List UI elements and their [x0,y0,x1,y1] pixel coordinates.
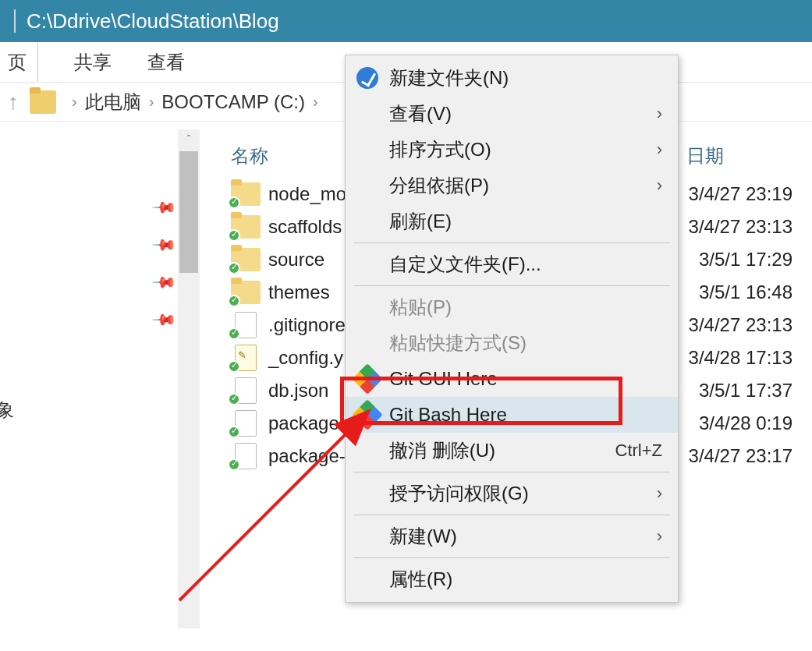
menu-paste-shortcut: 粘贴快捷方式(S) [346,325,678,361]
titlebar-divider [14,9,16,33]
menu-label: 刷新(E) [389,209,452,234]
chevron-right-icon: › [657,483,662,504]
file-icon [231,313,261,337]
menu-view[interactable]: 查看(V)› [346,96,678,132]
nav-pane: 📌 📌 📌 📌 象 [0,122,175,651]
chevron-right-icon: › [657,140,662,160]
folder-icon [30,90,56,114]
tab-view[interactable]: 查看 [147,50,185,75]
file-date: 3/4/27 23:19 [689,183,800,205]
menu-separator [353,242,670,243]
column-name-header[interactable]: 名称 [231,143,268,168]
chevron-right-icon: › [657,175,662,196]
file-name: scaffolds [268,216,342,238]
folder-icon [231,215,261,239]
pin-icon: 📌 [151,269,178,296]
file-icon [231,346,261,370]
pin-icon: 📌 [151,232,178,259]
chevron-right-icon[interactable]: › [149,93,154,111]
menu-refresh[interactable]: 刷新(E) [346,203,678,239]
breadcrumb-this-pc[interactable]: 此电脑 [85,90,141,115]
window-path: C:\Ddrive\CloudStation\Blog [27,9,279,34]
synced-icon [228,196,240,209]
menu-label: 查看(V) [389,101,452,126]
file-date: 3/5/1 17:29 [699,249,800,271]
synced-icon [228,327,240,340]
annotation-arrow [164,398,413,616]
folder-icon [231,182,261,206]
pin-icon: 📌 [151,306,178,334]
synced-icon [228,295,240,307]
breadcrumb-drive[interactable]: BOOTCAMP (C:) [161,91,305,113]
menu-separator [353,285,670,286]
nav-text-cut: 象 [0,398,14,423]
folder-icon [231,281,261,304]
pin-icon: 📌 [151,194,178,221]
file-date: 3/4/28 0:19 [699,412,800,434]
file-date: 3/5/1 17:37 [699,380,800,402]
menu-sort[interactable]: 排序方式(O)› [346,132,678,168]
file-date: 3/4/27 23:17 [689,445,800,467]
menu-label: 排序方式(O) [389,137,491,162]
menu-label: 粘贴(P) [389,295,452,320]
chevron-right-icon[interactable]: › [72,93,77,111]
menu-new-folder[interactable]: 新建文件夹(N) [346,60,678,96]
chevron-right-icon: › [657,526,662,547]
menu-label: 自定义文件夹(F)... [389,252,541,277]
file-date: 3/5/1 16:48 [699,281,800,303]
scrollbar-thumb[interactable] [179,151,198,273]
tab-share[interactable]: 共享 [74,50,112,75]
chevron-right-icon: › [657,104,662,124]
scroll-up-icon[interactable]: ˆ [178,129,200,150]
file-name: themes [268,281,330,303]
file-date: 3/4/28 17:13 [689,347,800,369]
menu-group[interactable]: 分组依据(P)› [346,168,678,203]
synced-icon [228,262,240,274]
file-name: _config.y [268,347,343,369]
up-arrow-icon[interactable]: ↑ [8,90,19,115]
synced-icon [228,360,240,373]
file-date: 3/4/27 23:13 [689,314,800,336]
new-folder-icon [356,67,378,89]
window-titlebar: C:\Ddrive\CloudStation\Blog [0,0,812,42]
menu-shortcut: Ctrl+Z [615,440,663,461]
tab-home-cut[interactable]: 页 [0,42,38,82]
file-date: 3/4/27 23:13 [689,216,800,238]
menu-label: 新建文件夹(N) [389,65,509,90]
menu-label: 分组依据(P) [389,173,489,198]
synced-icon [228,229,240,242]
menu-label: 粘贴快捷方式(S) [389,331,527,356]
folder-icon [231,248,261,271]
svg-line-0 [179,413,367,600]
chevron-right-icon[interactable]: › [313,93,318,111]
menu-custom-folder[interactable]: 自定义文件夹(F)... [346,246,678,282]
file-name: source [268,249,324,271]
file-name: node_mo [268,183,346,205]
menu-paste: 粘贴(P) [346,289,678,325]
file-name: .gitignore [268,314,346,336]
column-date-header[interactable]: 日期 [686,143,724,168]
